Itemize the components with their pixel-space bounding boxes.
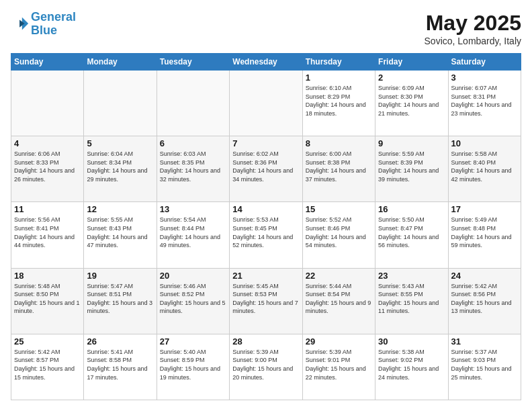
day-number: 31 — [451, 336, 518, 347]
header-friday: Friday — [375, 54, 448, 71]
header: General Blue May 2025 Sovico, Lombardy, … — [11, 11, 521, 46]
day-info: Sunrise: 5:43 AM Sunset: 8:55 PM Dayligh… — [378, 282, 445, 316]
day-info: Sunrise: 6:02 AM Sunset: 8:36 PM Dayligh… — [232, 150, 299, 183]
day-info: Sunrise: 5:37 AM Sunset: 9:03 PM Dayligh… — [451, 348, 518, 381]
day-number: 8 — [306, 138, 372, 148]
day-number: 12 — [87, 204, 153, 214]
calendar-cell: 12Sunrise: 5:55 AM Sunset: 8:43 PM Dayli… — [84, 202, 157, 268]
day-info: Sunrise: 6:10 AM Sunset: 8:29 PM Dayligh… — [306, 84, 372, 118]
day-info: Sunrise: 5:48 AM Sunset: 8:50 PM Dayligh… — [14, 282, 81, 316]
calendar-cell: 20Sunrise: 5:46 AM Sunset: 8:52 PM Dayli… — [157, 268, 229, 334]
day-info: Sunrise: 5:49 AM Sunset: 8:48 PM Dayligh… — [451, 216, 518, 249]
day-info: Sunrise: 5:58 AM Sunset: 8:40 PM Dayligh… — [451, 150, 518, 183]
day-number: 5 — [87, 138, 153, 148]
calendar-cell: 10Sunrise: 5:58 AM Sunset: 8:40 PM Dayli… — [448, 136, 521, 202]
logo: General Blue — [11, 11, 76, 38]
calendar-cell: 31Sunrise: 5:37 AM Sunset: 9:03 PM Dayli… — [448, 334, 521, 400]
calendar-cell: 4Sunrise: 6:06 AM Sunset: 8:33 PM Daylig… — [11, 136, 84, 202]
day-info: Sunrise: 5:46 AM Sunset: 8:52 PM Dayligh… — [160, 282, 226, 316]
header-wednesday: Wednesday — [230, 54, 302, 71]
day-number: 3 — [451, 73, 518, 83]
calendar-week-1: 1Sunrise: 6:10 AM Sunset: 8:29 PM Daylig… — [11, 71, 521, 136]
calendar-cell: 1Sunrise: 6:10 AM Sunset: 8:29 PM Daylig… — [302, 71, 375, 136]
calendar-header-row: Sunday Monday Tuesday Wednesday Thursday… — [11, 54, 521, 71]
calendar-cell: 30Sunrise: 5:38 AM Sunset: 9:02 PM Dayli… — [375, 334, 448, 400]
calendar-week-5: 25Sunrise: 5:42 AM Sunset: 8:57 PM Dayli… — [11, 334, 521, 400]
calendar-cell — [11, 71, 84, 136]
calendar-cell: 19Sunrise: 5:47 AM Sunset: 8:51 PM Dayli… — [84, 268, 157, 334]
day-number: 17 — [451, 204, 518, 214]
calendar-cell: 16Sunrise: 5:50 AM Sunset: 8:47 PM Dayli… — [375, 202, 448, 268]
day-number: 19 — [87, 271, 153, 281]
calendar-cell: 26Sunrise: 5:41 AM Sunset: 8:58 PM Dayli… — [84, 334, 157, 400]
calendar-table: Sunday Monday Tuesday Wednesday Thursday… — [11, 53, 521, 400]
calendar-cell: 28Sunrise: 5:39 AM Sunset: 9:00 PM Dayli… — [230, 334, 302, 400]
header-monday: Monday — [84, 54, 157, 71]
day-number: 18 — [14, 271, 81, 281]
day-info: Sunrise: 5:47 AM Sunset: 8:51 PM Dayligh… — [87, 282, 153, 316]
day-number: 2 — [378, 73, 445, 83]
calendar-cell: 18Sunrise: 5:48 AM Sunset: 8:50 PM Dayli… — [11, 268, 84, 334]
calendar-cell: 11Sunrise: 5:56 AM Sunset: 8:41 PM Dayli… — [11, 202, 84, 268]
title-block: May 2025 Sovico, Lombardy, Italy — [425, 11, 521, 46]
day-info: Sunrise: 5:56 AM Sunset: 8:41 PM Dayligh… — [14, 216, 81, 249]
day-number: 20 — [160, 271, 226, 281]
calendar-cell: 14Sunrise: 5:53 AM Sunset: 8:45 PM Dayli… — [230, 202, 302, 268]
day-info: Sunrise: 5:50 AM Sunset: 8:47 PM Dayligh… — [378, 216, 445, 249]
day-info: Sunrise: 5:59 AM Sunset: 8:39 PM Dayligh… — [378, 150, 445, 183]
calendar-cell: 2Sunrise: 6:09 AM Sunset: 8:30 PM Daylig… — [375, 71, 448, 136]
day-number: 26 — [87, 336, 153, 347]
day-number: 10 — [451, 138, 518, 148]
day-info: Sunrise: 5:42 AM Sunset: 8:56 PM Dayligh… — [451, 282, 518, 316]
day-info: Sunrise: 5:38 AM Sunset: 9:02 PM Dayligh… — [378, 348, 445, 381]
location: Sovico, Lombardy, Italy — [425, 36, 521, 46]
logo-text: General Blue — [31, 11, 76, 38]
day-number: 16 — [378, 204, 445, 214]
day-info: Sunrise: 6:04 AM Sunset: 8:34 PM Dayligh… — [87, 150, 153, 183]
calendar-cell: 23Sunrise: 5:43 AM Sunset: 8:55 PM Dayli… — [375, 268, 448, 334]
day-number: 27 — [160, 336, 226, 347]
calendar-week-2: 4Sunrise: 6:06 AM Sunset: 8:33 PM Daylig… — [11, 136, 521, 202]
day-info: Sunrise: 6:06 AM Sunset: 8:33 PM Dayligh… — [14, 150, 81, 183]
logo-icon — [11, 15, 30, 34]
header-thursday: Thursday — [302, 54, 375, 71]
calendar-cell — [84, 71, 157, 136]
day-number: 7 — [232, 138, 299, 148]
day-info: Sunrise: 6:03 AM Sunset: 8:35 PM Dayligh… — [160, 150, 226, 183]
calendar-cell — [157, 71, 229, 136]
day-number: 15 — [306, 204, 372, 214]
day-number: 23 — [378, 271, 445, 281]
day-number: 1 — [306, 73, 372, 83]
day-info: Sunrise: 5:53 AM Sunset: 8:45 PM Dayligh… — [232, 216, 299, 249]
day-number: 11 — [14, 204, 81, 214]
day-number: 22 — [306, 271, 372, 281]
calendar-cell: 8Sunrise: 6:00 AM Sunset: 8:38 PM Daylig… — [302, 136, 375, 202]
day-info: Sunrise: 5:45 AM Sunset: 8:53 PM Dayligh… — [232, 282, 299, 316]
calendar-week-4: 18Sunrise: 5:48 AM Sunset: 8:50 PM Dayli… — [11, 268, 521, 334]
day-info: Sunrise: 5:41 AM Sunset: 8:58 PM Dayligh… — [87, 348, 153, 381]
calendar-cell: 13Sunrise: 5:54 AM Sunset: 8:44 PM Dayli… — [157, 202, 229, 268]
day-number: 25 — [14, 336, 81, 347]
day-info: Sunrise: 5:52 AM Sunset: 8:46 PM Dayligh… — [306, 216, 372, 249]
day-number: 4 — [14, 138, 81, 148]
day-number: 13 — [160, 204, 226, 214]
day-info: Sunrise: 5:39 AM Sunset: 9:01 PM Dayligh… — [306, 348, 372, 381]
header-saturday: Saturday — [448, 54, 521, 71]
header-tuesday: Tuesday — [157, 54, 229, 71]
day-info: Sunrise: 5:55 AM Sunset: 8:43 PM Dayligh… — [87, 216, 153, 249]
day-info: Sunrise: 5:42 AM Sunset: 8:57 PM Dayligh… — [14, 348, 81, 381]
month-year: May 2025 — [425, 11, 521, 36]
calendar-cell: 29Sunrise: 5:39 AM Sunset: 9:01 PM Dayli… — [302, 334, 375, 400]
day-info: Sunrise: 5:44 AM Sunset: 8:54 PM Dayligh… — [306, 282, 372, 316]
calendar-cell: 24Sunrise: 5:42 AM Sunset: 8:56 PM Dayli… — [448, 268, 521, 334]
day-info: Sunrise: 5:40 AM Sunset: 8:59 PM Dayligh… — [160, 348, 226, 381]
day-number: 24 — [451, 271, 518, 281]
calendar-cell: 22Sunrise: 5:44 AM Sunset: 8:54 PM Dayli… — [302, 268, 375, 334]
calendar-cell: 3Sunrise: 6:07 AM Sunset: 8:31 PM Daylig… — [448, 71, 521, 136]
calendar-week-3: 11Sunrise: 5:56 AM Sunset: 8:41 PM Dayli… — [11, 202, 521, 268]
calendar-cell: 15Sunrise: 5:52 AM Sunset: 8:46 PM Dayli… — [302, 202, 375, 268]
calendar-cell: 6Sunrise: 6:03 AM Sunset: 8:35 PM Daylig… — [157, 136, 229, 202]
calendar-cell: 17Sunrise: 5:49 AM Sunset: 8:48 PM Dayli… — [448, 202, 521, 268]
calendar-cell — [230, 71, 302, 136]
calendar-cell: 25Sunrise: 5:42 AM Sunset: 8:57 PM Dayli… — [11, 334, 84, 400]
